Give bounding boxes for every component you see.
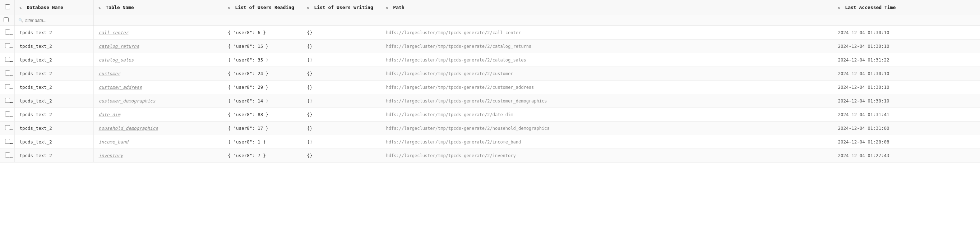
cell-table-name: household_demographics (94, 122, 223, 135)
cell-users-writing: {} (302, 26, 381, 40)
row-checkbox-cell (0, 40, 14, 53)
row-select-checkbox[interactable] (5, 29, 10, 35)
cell-path: hdfs://largecluster/tmp/tpcds-generate/2… (381, 26, 833, 40)
row-checkbox-cell (0, 94, 14, 108)
cell-table-name: inventory (94, 149, 223, 163)
row-checkbox-cell (0, 135, 14, 149)
cell-users-reading: { "user8": 6 } (223, 26, 302, 40)
row-checkbox-cell (0, 53, 14, 67)
cell-table-name: catalog_sales (94, 53, 223, 67)
cell-users-writing: {} (302, 40, 381, 53)
row-checkbox-cell (0, 149, 14, 163)
cell-users-reading: { "user8": 88 } (223, 108, 302, 122)
cell-path: hdfs://largecluster/tmp/tpcds-generate/2… (381, 149, 833, 163)
cell-users-reading: { "user8": 17 } (223, 122, 302, 135)
row-select-checkbox[interactable] (5, 125, 10, 130)
col-label-users-reading: List of Users Reading (235, 5, 294, 10)
select-all-checkbox[interactable] (5, 4, 10, 10)
cell-users-writing: {} (302, 53, 381, 67)
data-table: ⇅ Database Name ⇅ Table Name ⇅ List of U… (0, 0, 980, 163)
cell-users-reading: { "user8": 15 } (223, 40, 302, 53)
sort-icon-table: ⇅ (99, 6, 101, 10)
header-row: ⇅ Database Name ⇅ Table Name ⇅ List of U… (0, 0, 980, 15)
table-row: tpcds_text_2 customer { "user8": 24 } {}… (0, 67, 980, 80)
col-label-database-name: Database Name (27, 5, 63, 10)
row-checkbox-cell (0, 67, 14, 80)
filter-reading-cell (223, 15, 302, 26)
cell-last-accessed: 2024-12-04 01:31:41 (833, 108, 980, 122)
cell-path: hdfs://largecluster/tmp/tpcds-generate/2… (381, 108, 833, 122)
cell-table-name: call_center (94, 26, 223, 40)
cell-users-writing: {} (302, 67, 381, 80)
cell-path: hdfs://largecluster/tmp/tpcds-generate/2… (381, 94, 833, 108)
table-row: tpcds_text_2 household_demographics { "u… (0, 122, 980, 135)
col-header-database-name[interactable]: ⇅ Database Name (14, 0, 94, 15)
cell-last-accessed: 2024-12-04 01:28:08 (833, 135, 980, 149)
cell-users-reading: { "user8": 35 } (223, 53, 302, 67)
cell-last-accessed: 2024-12-04 01:30:10 (833, 26, 980, 40)
cell-table-name: customer (94, 67, 223, 80)
cell-last-accessed: 2024-12-04 01:30:10 (833, 40, 980, 53)
filter-path-cell (381, 15, 833, 26)
cell-users-reading: { "user8": 1 } (223, 135, 302, 149)
cell-users-reading: { "user8": 24 } (223, 67, 302, 80)
row-select-checkbox[interactable] (5, 112, 10, 117)
cell-path: hdfs://largecluster/tmp/tpcds-generate/2… (381, 40, 833, 53)
sort-icon-reading: ⇅ (228, 6, 230, 10)
col-header-users-writing[interactable]: ⇅ List of Users Writing (302, 0, 381, 15)
cell-path: hdfs://largecluster/tmp/tpcds-generate/2… (381, 67, 833, 80)
table-row: tpcds_text_2 customer_address { "user8":… (0, 80, 980, 94)
filter-database-input[interactable] (25, 18, 90, 23)
cell-database-name: tpcds_text_2 (14, 26, 94, 40)
cell-last-accessed: 2024-12-04 01:30:10 (833, 80, 980, 94)
sort-icon-path: ⇅ (386, 6, 388, 10)
checkbox-header (0, 0, 14, 15)
cell-users-writing: {} (302, 80, 381, 94)
cell-users-writing: {} (302, 135, 381, 149)
col-label-users-writing: List of Users Writing (314, 5, 373, 10)
cell-last-accessed: 2024-12-04 01:30:10 (833, 94, 980, 108)
col-label-last-accessed: Last Accessed Time (845, 5, 896, 10)
cell-database-name: tpcds_text_2 (14, 108, 94, 122)
row-select-checkbox[interactable] (5, 57, 10, 62)
filter-time-cell (833, 15, 980, 26)
col-header-users-reading[interactable]: ⇅ List of Users Reading (223, 0, 302, 15)
table-row: tpcds_text_2 catalog_returns { "user8": … (0, 40, 980, 53)
sort-icon-last-accessed: ⇅ (838, 6, 840, 10)
row-select-checkbox[interactable] (5, 152, 10, 158)
filter-writing-cell (302, 15, 381, 26)
row-select-checkbox[interactable] (5, 98, 10, 103)
cell-path: hdfs://largecluster/tmp/tpcds-generate/2… (381, 122, 833, 135)
cell-database-name: tpcds_text_2 (14, 40, 94, 53)
col-header-table-name[interactable]: ⇅ Table Name (94, 0, 223, 15)
sort-icon-writing: ⇅ (307, 6, 309, 10)
filter-checkbox[interactable] (3, 17, 9, 22)
table-row: tpcds_text_2 catalog_sales { "user8": 35… (0, 53, 980, 67)
cell-last-accessed: 2024-12-04 01:31:00 (833, 122, 980, 135)
cell-table-name: income_band (94, 135, 223, 149)
col-header-last-accessed[interactable]: ⇅ Last Accessed Time (833, 0, 980, 15)
cell-database-name: tpcds_text_2 (14, 122, 94, 135)
cell-table-name: catalog_returns (94, 40, 223, 53)
col-label-path: Path (393, 5, 404, 10)
cell-database-name: tpcds_text_2 (14, 149, 94, 163)
cell-table-name: customer_address (94, 80, 223, 94)
table-row: tpcds_text_2 income_band { "user8": 1 } … (0, 135, 980, 149)
row-select-checkbox[interactable] (5, 43, 10, 48)
cell-users-writing: {} (302, 108, 381, 122)
table-row: tpcds_text_2 inventory { "user8": 7 } {}… (0, 149, 980, 163)
filter-row: 🔍 (0, 15, 980, 26)
row-checkbox-cell (0, 80, 14, 94)
cell-path: hdfs://largecluster/tmp/tpcds-generate/2… (381, 53, 833, 67)
col-header-path[interactable]: ⇅ Path (381, 0, 833, 15)
sort-icon-database: ⇅ (20, 6, 22, 10)
filter-table-cell (94, 15, 223, 26)
row-select-checkbox[interactable] (5, 84, 10, 89)
row-select-checkbox[interactable] (5, 139, 10, 144)
row-select-checkbox[interactable] (5, 70, 10, 75)
cell-users-writing: {} (302, 122, 381, 135)
cell-table-name: date_dim (94, 108, 223, 122)
cell-database-name: tpcds_text_2 (14, 53, 94, 67)
cell-users-reading: { "user8": 29 } (223, 80, 302, 94)
main-table-container: ⇅ Database Name ⇅ Table Name ⇅ List of U… (0, 0, 980, 251)
